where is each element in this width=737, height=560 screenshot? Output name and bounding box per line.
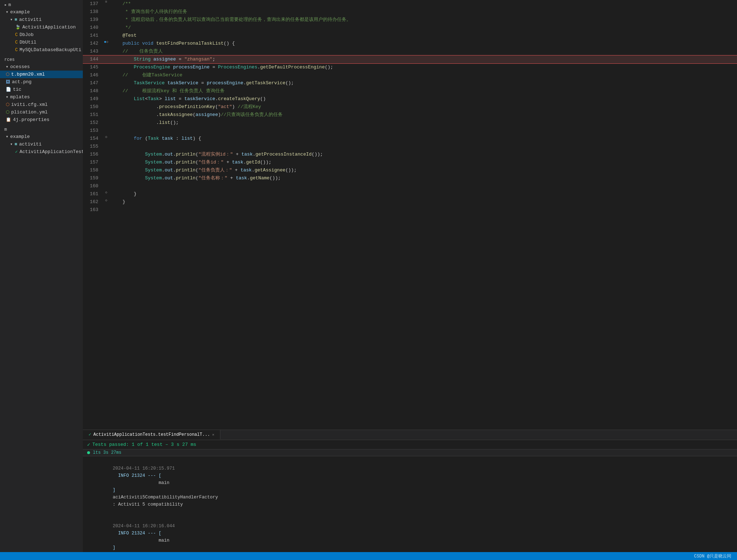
- sidebar-item-act-png[interactable]: 🖼 act.png: [0, 78, 83, 86]
- code-line-158: 158 System.out.println("任务负责人：" + task.g…: [83, 166, 737, 174]
- code-line-157: 157 System.out.println("任务id：" + task.ge…: [83, 158, 737, 166]
- run-indicator-dot: [87, 451, 90, 454]
- file-icon: 📄: [6, 87, 11, 92]
- code-line-149: 149 List<Task> list = taskService.create…: [83, 95, 737, 103]
- code-line-161: 161 ◇ }: [83, 190, 737, 198]
- run-tab-label: ActivitiApplicationTests.testFindPersona…: [93, 432, 210, 437]
- code-line-155: 155: [83, 143, 737, 151]
- sidebar-item-example1[interactable]: ▾ example: [0, 8, 83, 16]
- xml-file-icon2: ⬡: [6, 102, 9, 107]
- sidebar-group-m1: ▸ m: [0, 1, 83, 8]
- code-line-148: 148 // 根据流程key 和 任务负责人 查询任务: [83, 87, 737, 95]
- sidebar-item-properties[interactable]: 📋 4j.properties: [0, 116, 83, 124]
- gutter-137: ≡: [103, 0, 110, 4]
- code-line-160: 160: [83, 182, 737, 190]
- sidebar-item-activiti2[interactable]: ▾ ■ activiti: [0, 140, 83, 148]
- class-c-icon: C: [15, 32, 18, 37]
- code-line-145: 145 ProcessEngine processEngine = Proces…: [83, 63, 737, 71]
- code-line-146: 146 // 创建TaskService: [83, 71, 737, 79]
- xml-file-icon: ⬡: [6, 72, 9, 77]
- code-line-163: 163: [83, 206, 737, 214]
- code-line-147: 147 TaskService taskService = processEng…: [83, 79, 737, 87]
- code-line-152: 152 .list();: [83, 119, 737, 127]
- sidebar-item-tic[interactable]: 📄 tic: [0, 86, 83, 93]
- code-line-156: 156 System.out.println("流程实例id：" + task.…: [83, 151, 737, 158]
- sidebar: ▸ m ▾ example ▾ ■ activiti 🍃 ActivitiApp…: [0, 0, 83, 552]
- bottom-tabs: ✓ ActivitiApplicationTests.testFindPerso…: [83, 430, 737, 440]
- log-line-1: 2024-04-11 16:20:16.044 INFO 21324 --- […: [86, 515, 734, 552]
- run-label-text: lts 3s 27ms: [93, 450, 121, 455]
- image-file-icon: 🖼: [6, 79, 10, 85]
- sidebar-section-main: ▸ m ▾ example ▾ ■ activiti 🍃 ActivitiApp…: [0, 0, 83, 55]
- yml-file-icon: ⬡: [6, 109, 9, 115]
- sidebar-item-cfg-xml[interactable]: ⬡ iviti.cfg.xml: [0, 101, 83, 108]
- class-c-icon2: C: [15, 40, 18, 45]
- code-line-139: 139 * 流程启动后，任务的负责人就可以查询自己当前需要处理的任务，查询出来的…: [83, 16, 737, 24]
- sidebar-item-yml[interactable]: ⬡ plication.yml: [0, 108, 83, 116]
- code-line-159: 159 System.out.println("任务名称：" + task.ge…: [83, 174, 737, 182]
- log-line-0: 2024-04-11 16:20:15.971 INFO 21324 --- […: [86, 458, 734, 515]
- sidebar-item-bpmn-xml[interactable]: ⬡ t.bpmn20.xml: [0, 71, 83, 78]
- sidebar-group-rces: rces: [0, 57, 83, 63]
- code-container: 137 ≡ /** 138 * 查询当前个人待执行的任务 139 * 流程启动后…: [83, 0, 737, 552]
- sidebar-item-dbjob[interactable]: C DbJob: [0, 31, 83, 39]
- sidebar-group-m2: m: [0, 126, 83, 133]
- prop-file-icon: 📋: [6, 117, 11, 122]
- sidebar-item-example2[interactable]: ▾ example: [0, 133, 83, 140]
- sidebar-item-ocesses[interactable]: ▾ ocesses: [0, 63, 83, 71]
- sidebar-item-mysqlbackup[interactable]: C MySQLDatabaseBackupUti: [0, 46, 83, 54]
- sidebar-item-activiti1[interactable]: ▾ ■ activiti: [0, 16, 83, 23]
- watermark-text: CSDN @只是晓云同: [694, 553, 731, 559]
- green-check-icon: ✓: [89, 432, 91, 437]
- sidebar-item-mplates[interactable]: ▾ mplates: [0, 93, 83, 101]
- class-spring-icon: 🍃: [15, 24, 21, 30]
- code-line-141: 141 @Test: [83, 32, 737, 40]
- code-line-138: 138 * 查询当前个人待执行的任务: [83, 8, 737, 16]
- arrow-icon: ▸: [4, 2, 7, 8]
- test-status-bar: ✓ Tests passed: 1 of 1 test – 3 s 27 ms: [83, 440, 737, 449]
- status-bar: CSDN @只是晓云同: [0, 552, 737, 560]
- code-line-154: 154 ◇ for (Task task : list) {: [83, 135, 737, 143]
- test-status-text: Tests passed: 1 of 1 test – 3 s 27 ms: [92, 442, 196, 447]
- main-area: ▸ m ▾ example ▾ ■ activiti 🍃 ActivitiApp…: [0, 0, 737, 552]
- folder-icon5: ▾: [6, 134, 8, 139]
- code-line-162: 162 ◇ }: [83, 198, 737, 206]
- sidebar-section-rces: rces ▾ ocesses ⬡ t.bpmn20.xml 🖼 act.png …: [0, 55, 83, 125]
- folder-icon4: ▾: [6, 94, 8, 100]
- run-tab[interactable]: ✓ ActivitiApplicationTests.testFindPerso…: [83, 430, 220, 440]
- code-line-153: 153: [83, 127, 737, 135]
- sidebar-item-activiti-tests[interactable]: ✓ ActivitiApplicationTests: [0, 148, 83, 156]
- sidebar-section-tests: m ▾ example ▾ ■ activiti ✓ ActivitiAppli…: [0, 125, 83, 157]
- bottom-panel: ✓ ActivitiApplicationTests.testFindPerso…: [83, 430, 737, 552]
- folder-icon: ▾: [6, 9, 8, 15]
- class-test-icon: ✓: [15, 149, 18, 154]
- close-tab-icon[interactable]: ✕: [212, 433, 214, 437]
- folder-icon3: ▾: [6, 64, 8, 70]
- code-line-137: 137 ≡ /**: [83, 0, 737, 8]
- code-line-143: 143 // 任务负责人: [83, 48, 737, 55]
- code-line-151: 151 .taskAssignee(assignee)//只查询该任务负责人的任…: [83, 111, 737, 119]
- code-line-140: 140 */: [83, 24, 737, 32]
- bottom-content[interactable]: 2024-04-11 16:20:15.971 INFO 21324 --- […: [83, 456, 737, 552]
- code-line-150: 150 .processDefinitionKey("act") //流程Key: [83, 103, 737, 111]
- sidebar-item-dbutil[interactable]: C DbUtil: [0, 39, 83, 46]
- sidebar-item-activiti-application[interactable]: 🍃 ActivitiApplication: [0, 23, 83, 31]
- run-indicator-row: lts 3s 27ms: [83, 449, 737, 456]
- folder-icon6: ▾: [10, 142, 13, 147]
- code-editor[interactable]: 137 ≡ /** 138 * 查询当前个人待执行的任务 139 * 流程启动后…: [83, 0, 737, 430]
- folder-icon2: ▾: [10, 17, 13, 22]
- code-line-144: 144 String assignee = "zhangsan";: [83, 55, 737, 63]
- code-line-142: 142 ◆ ◇ public void testFindPersonalTask…: [83, 40, 737, 48]
- class-c-icon3: C: [15, 48, 18, 53]
- test-pass-icon: ✓: [87, 442, 90, 448]
